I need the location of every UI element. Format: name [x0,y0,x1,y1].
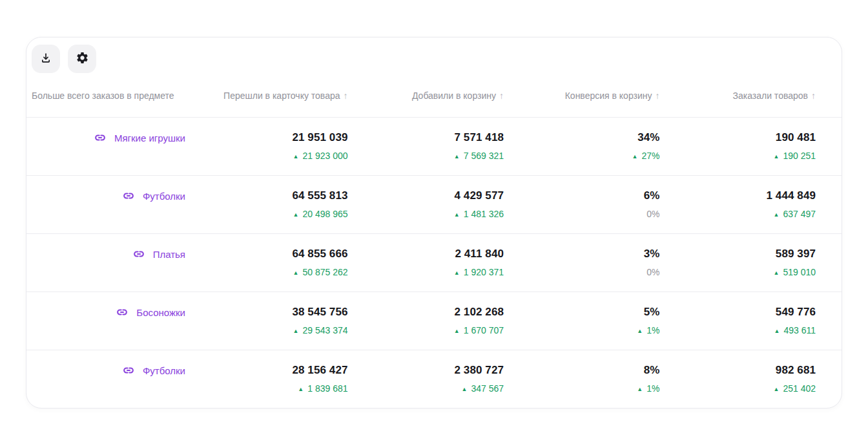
metric-cell: 34% ▲27% [504,131,660,175]
delta-text: 1 839 681 [307,383,347,394]
subject-link[interactable]: Босоножки [32,305,192,319]
metric-cell: 1 444 849 ▲637 497 [660,189,816,233]
metric-cell: 28 156 427 ▲1 839 681 [192,363,348,408]
sort-arrow-icon: ↑ [656,90,660,101]
delta-text: 519 010 [783,267,816,277]
subject-link[interactable]: Платья [32,247,192,261]
up-triangle-icon: ▲ [454,270,460,276]
metric-delta: ▲519 010 [660,266,816,279]
link-icon [93,131,107,145]
metric-value: 8% [504,363,660,377]
sort-arrow-icon: ↑ [499,90,504,101]
metric-cell: 64 855 666 ▲50 875 262 [192,247,348,292]
metric-delta: ▲251 402 [660,383,816,395]
metric-cell: 982 681 ▲251 402 [660,363,816,408]
metric-cell: 2 411 840 ▲1 920 371 [348,247,504,292]
up-triangle-icon: ▲ [773,153,779,160]
table-row: Босоножки 38 545 756 ▲29 543 374 2 102 2… [26,292,842,350]
column-header-ordered-items[interactable]: Заказали товаров↑ [660,90,816,101]
up-triangle-icon: ▲ [454,328,460,334]
up-triangle-icon: ▲ [637,328,643,334]
metric-cell: 190 481 ▲190 251 [660,131,816,175]
metric-delta: ▲637 497 [660,208,816,220]
metric-value: 28 156 427 [192,363,348,377]
subject-label: Футболки [143,191,185,202]
metric-delta: ▲20 498 965 [192,208,348,220]
metric-delta: ▲50 875 262 [192,266,348,279]
up-triangle-icon: ▲ [632,153,638,160]
metric-delta: ▲1 481 326 [348,208,504,220]
delta-text: 29 543 374 [302,325,347,335]
up-triangle-icon: ▲ [461,386,467,392]
delta-text: 21 923 000 [302,151,347,161]
download-button[interactable] [32,45,60,73]
column-header-added-to-cart[interactable]: Добавили в корзину↑ [348,90,504,101]
metric-delta: ▲1 839 681 [192,383,348,395]
metric-value: 64 555 813 [192,189,348,203]
column-header-subject: Больше всего заказов в предмете [32,90,192,101]
delta-text: 1 670 707 [464,325,504,335]
column-header-label: Заказали товаров [732,90,808,101]
gear-icon [76,51,89,67]
column-header-product-card-visits[interactable]: Перешли в карточку товара↑ [192,90,348,101]
metric-cell: 7 571 418 ▲7 569 321 [348,131,504,175]
table-toolbar [26,37,842,73]
settings-button[interactable] [68,45,96,73]
subject-link[interactable]: Футболки [32,189,192,203]
sort-arrow-icon: ↑ [344,90,348,101]
metric-cell: 64 555 813 ▲20 498 965 [192,189,348,233]
subject-label: Мягкие игрушки [114,133,185,143]
metric-value: 4 429 577 [348,189,504,203]
subject-link[interactable]: Футболки [32,363,192,377]
up-triangle-icon: ▲ [637,386,643,392]
metric-delta: ▲1% [504,383,660,395]
link-icon [115,305,129,319]
delta-text: 20 498 965 [302,209,347,219]
metric-cell: 38 545 756 ▲29 543 374 [192,305,348,350]
subject-link[interactable]: Мягкие игрушки [32,131,192,145]
page: Больше всего заказов в предмете Перешли … [0,0,868,444]
metric-value: 1 444 849 [660,189,816,203]
up-triangle-icon: ▲ [293,211,299,218]
delta-text: 27% [641,151,659,161]
delta-text: 0% [646,209,659,219]
orders-table-card: Больше всего заказов в предмете Перешли … [26,37,842,409]
metric-delta: ▲27% [504,150,660,162]
column-header-label: Конверсия в корзину [565,90,652,101]
up-triangle-icon: ▲ [293,153,299,160]
delta-text: 251 402 [783,383,816,394]
metric-cell: 589 397 ▲519 010 [660,247,816,292]
metric-cell: 21 951 039 ▲21 923 000 [192,131,348,175]
column-header-label: Добавили в корзину [412,90,496,101]
metric-delta: ▲21 923 000 [192,150,348,162]
link-icon [121,363,136,377]
table-row: Платья 64 855 666 ▲50 875 262 2 411 840 … [26,233,842,292]
delta-text: 0% [646,267,659,277]
subject-label: Платья [153,249,185,260]
delta-text: 347 567 [471,383,504,394]
metric-delta: ▲1 670 707 [348,324,504,337]
metric-value: 3% [504,247,660,261]
metric-cell: 8% ▲1% [504,363,660,408]
metric-cell: 6% 0% [504,189,660,233]
metric-delta: ▲347 567 [348,383,504,395]
delta-text: 1 920 371 [464,267,504,277]
metric-value: 2 411 840 [348,247,504,261]
delta-text: 50 875 262 [302,267,347,277]
metric-cell: 5% ▲1% [504,305,660,350]
sort-arrow-icon: ↑ [811,90,816,101]
up-triangle-icon: ▲ [293,328,299,334]
metric-delta: ▲7 569 321 [348,150,504,162]
metric-cell: 3% 0% [504,247,660,292]
metric-value: 6% [504,189,660,203]
up-triangle-icon: ▲ [293,270,299,276]
metric-value: 2 102 268 [348,305,504,319]
delta-text: 493 611 [783,325,816,335]
column-header-cart-conversion[interactable]: Конверсия в корзину↑ [504,90,660,101]
metric-delta: ▲493 611 [660,324,816,337]
download-icon [39,52,52,67]
metric-value: 589 397 [660,247,816,261]
metric-delta: 0% [504,208,660,220]
delta-text: 190 251 [783,151,816,161]
metric-value: 190 481 [660,131,816,145]
